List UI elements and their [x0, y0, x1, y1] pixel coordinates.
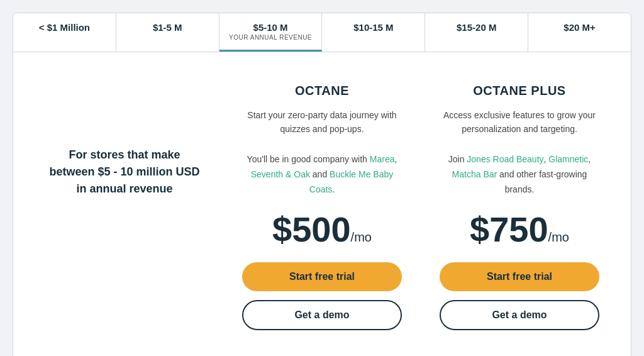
- octane-plus-price-period: /mo: [548, 230, 569, 244]
- octane-company-prefix: You'll be in good company with: [247, 154, 370, 164]
- revenue-description-text: For stores that make between $5 - 10 mil…: [45, 147, 204, 197]
- octane-plus-price-amount: $750: [470, 209, 548, 249]
- octane-plus-get-demo-button[interactable]: Get a demo: [440, 300, 599, 330]
- octane-plus-company-jones[interactable]: Jones Road Beauty: [467, 154, 543, 164]
- octane-plus-plan-card: OCTANE PLUS Access exclusive features to…: [427, 77, 612, 343]
- octane-price-amount: $500: [272, 209, 351, 249]
- revenue-description: For stores that make between $5 - 10 mil…: [32, 77, 217, 266]
- octane-plus-company-prefix: Join: [448, 154, 467, 164]
- octane-price-period: /mo: [351, 230, 372, 244]
- octane-start-trial-button[interactable]: Start free trial: [242, 262, 402, 291]
- octane-plus-plan-companies: Join Jones Road Beauty, Glamnetic, Match…: [440, 152, 599, 197]
- octane-plus-company-glamnetic[interactable]: Glamnetic: [548, 154, 588, 164]
- tab-1-5m-label: $1-5 M: [123, 22, 213, 33]
- tab-15-20m[interactable]: $15-20 M: [425, 13, 528, 52]
- revenue-tab-bar: < $1 Million $1-5 M $5-10 M YOUR ANNUAL …: [13, 13, 631, 52]
- tab-15-20m-label: $15-20 M: [431, 22, 521, 33]
- octane-plan-title: OCTANE: [242, 84, 402, 98]
- pricing-widget: < $1 Million $1-5 M $5-10 M YOUR ANNUAL …: [13, 13, 631, 356]
- octane-plan-card: OCTANE Start your zero-party data journe…: [230, 77, 414, 343]
- tab-10-15m-label: $10-15 M: [328, 22, 418, 33]
- tab-under-1m-label: < $1 Million: [19, 22, 109, 33]
- octane-sep-1: ,: [394, 154, 397, 164]
- tab-20m-plus[interactable]: $20 M+: [528, 13, 631, 52]
- octane-price-block: $500/mo: [242, 212, 402, 247]
- octane-plus-company-suffix: and other fast-growing brands.: [497, 169, 587, 194]
- octane-plus-plan-title: OCTANE PLUS: [440, 84, 599, 98]
- pricing-content-area: For stores that make between $5 - 10 mil…: [13, 52, 631, 356]
- octane-company-seventh-oak[interactable]: Seventh & Oak: [251, 169, 310, 179]
- octane-plus-sep-2: ,: [588, 154, 591, 164]
- octane-plus-company-matcha[interactable]: Matcha Bar: [452, 169, 497, 179]
- tab-5-10m-label: $5-10 M: [226, 22, 316, 33]
- octane-company-suffix: .: [332, 184, 335, 194]
- tab-1-5m[interactable]: $1-5 M: [116, 13, 219, 52]
- octane-company-marea[interactable]: Marea: [370, 154, 395, 164]
- tab-20m-plus-label: $20 M+: [535, 22, 625, 33]
- octane-plan-companies: You'll be in good company with Marea, Se…: [242, 152, 402, 197]
- tab-5-10m-sublabel: YOUR ANNUAL REVENUE: [226, 34, 316, 41]
- octane-plus-start-trial-button[interactable]: Start free trial: [440, 262, 599, 291]
- octane-plus-price-block: $750/mo: [440, 212, 599, 247]
- tab-under-1m[interactable]: < $1 Million: [13, 13, 116, 52]
- tab-10-15m[interactable]: $10-15 M: [322, 13, 425, 52]
- octane-plan-description: Start your zero-party data journey with …: [242, 108, 402, 140]
- tab-5-10m[interactable]: $5-10 M YOUR ANNUAL REVENUE: [219, 13, 323, 52]
- octane-get-demo-button[interactable]: Get a demo: [242, 300, 402, 330]
- octane-plus-plan-description: Access exclusive features to grow your p…: [440, 108, 599, 140]
- octane-sep-2: and: [310, 169, 330, 179]
